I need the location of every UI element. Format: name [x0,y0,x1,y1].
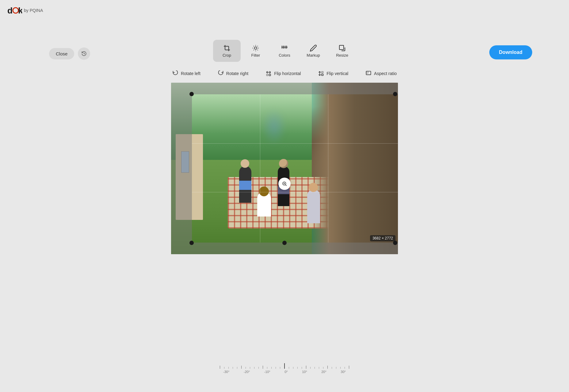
tick-25 [340,367,341,369]
colors-icon [281,44,288,52]
tick-5 [297,367,298,369]
svg-rect-10 [266,74,268,76]
flip-v-label: Flip vertical [327,71,348,76]
flip-v-icon [318,70,324,77]
smoke-effect [262,108,286,145]
crop-overlay-left [171,94,192,243]
label-minus20: -20° [244,370,250,374]
close-button[interactable]: Close [49,48,74,59]
tool-crop-button[interactable]: Crop [213,40,241,62]
label-minus10: -10° [264,370,270,374]
flip-horizontal-button[interactable]: Flip horizontal [262,68,304,79]
svg-rect-13 [322,74,323,76]
history-button[interactable] [78,47,90,60]
tick-zero-container [283,363,286,369]
aspect-ratio-label: Aspect ratio [374,71,397,76]
svg-point-3 [254,47,257,49]
tick-minus25 [228,367,229,369]
tick-10 [306,366,306,369]
tick-minus8 [267,367,267,369]
tick-23 [336,367,336,369]
tree-bark [312,83,398,254]
tick-18 [323,367,323,369]
tick-minus10 [263,366,263,369]
svg-rect-12 [322,71,323,73]
person-2-head [279,159,288,168]
crop-handle-bottom[interactable] [282,241,287,245]
markup-icon [310,44,317,52]
rotate-left-label: Rotate left [181,71,200,76]
image-background: 3682 × 2772 [171,83,398,254]
tick-minus27 [224,367,224,369]
tick-minus20 [241,366,242,369]
crop-handle-tl[interactable] [189,92,194,96]
photo-content [171,83,398,254]
tick-20 [327,366,328,369]
tick-zero [284,363,285,369]
tick-minus22 [237,367,237,369]
crop-handle-br[interactable] [393,241,397,245]
dimension-badge: 3682 × 2772 [370,235,395,241]
tick-15 [319,367,319,369]
download-button[interactable]: Download [489,45,532,59]
person-3-head [259,187,269,196]
person-1 [239,166,251,203]
flip-h-icon [265,70,272,77]
tool-markup-button[interactable]: Markup [300,40,327,62]
ruler-ticks [223,363,346,369]
rotate-left-button[interactable]: Rotate left [169,68,204,79]
tick-minus3 [276,367,276,369]
zoom-icon [282,181,287,187]
svg-rect-9 [339,45,344,50]
tick-container [219,363,350,369]
rotate-left-icon [172,70,178,77]
resize-label: Resize [336,53,348,58]
rotate-right-button[interactable]: Rotate right [214,68,252,79]
tool-filter-button[interactable]: Filter [242,40,269,62]
person-4-head [309,183,318,192]
tick-minus13 [254,367,254,369]
aspect-ratio-icon [365,70,372,77]
tick-minus2 [280,367,280,369]
label-zero: 0° [284,370,288,374]
filter-label: Filter [251,53,260,58]
tick-minus18 [246,367,246,369]
tick-2 [289,367,289,369]
tick-27 [345,367,345,369]
tick-12 [310,367,311,369]
rotation-ruler: -30° -20° -10° 0° 10° 20° 30° [223,363,346,374]
zoom-button[interactable] [278,178,291,190]
rotate-right-label: Rotate right [226,71,248,76]
left-controls: Close [49,47,90,60]
flip-vertical-button[interactable]: Flip vertical [314,68,352,79]
logo-icon: d ka [7,6,22,15]
crop-handle-bl[interactable] [189,241,194,245]
image-area: 3682 × 2772 [171,83,398,254]
svg-rect-14 [366,71,369,74]
tick-3 [293,367,293,369]
label-10: 10° [302,370,307,374]
label-30: 30° [341,370,346,374]
svg-point-1 [13,8,18,13]
tick-minus5 [271,367,272,369]
ruler-labels: -30° -20° -10° 0° 10° 20° 30° [223,370,346,374]
tick-22 [332,367,332,369]
tool-colors-button[interactable]: Colors [271,40,298,62]
tick-30 [349,366,349,369]
filter-icon [252,44,259,52]
rotate-right-icon [218,70,224,77]
logo: d ka by PQINA [7,6,43,15]
aspect-ratio-button[interactable]: Aspect ratio [362,68,400,79]
logo-brand: by PQINA [24,8,43,13]
main-toolbar: Crop Filter Colors Markup Resize [213,40,356,62]
flip-h-label: Flip horizontal [274,71,301,76]
crop-handle-tr[interactable] [393,92,397,96]
markup-label: Markup [307,53,320,58]
tool-resize-button[interactable]: Resize [328,40,356,62]
crop-icon [223,44,231,52]
colors-label: Colors [279,53,290,58]
resize-icon [338,44,346,52]
label-minus30: -30° [223,370,229,374]
svg-text:d: d [7,6,13,15]
tick-13 [315,367,315,369]
